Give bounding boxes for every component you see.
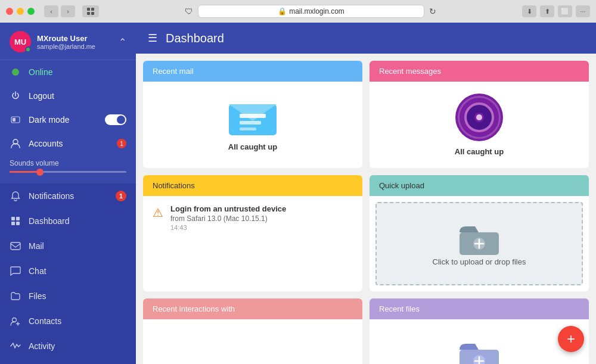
- mail-envelope-icon: [226, 94, 279, 136]
- darkmode-label: Dark mode: [29, 115, 98, 125]
- grid-icon: [10, 215, 21, 227]
- notification-item[interactable]: ⚠ Login from an untrusted device from Sa…: [153, 204, 353, 231]
- right-buttons: ⬇ ⬆ ⬜ ···: [522, 5, 590, 17]
- traffic-lights: [6, 8, 35, 15]
- warning-icon: ⚠: [153, 206, 163, 220]
- recent-files-header: Recent files: [370, 298, 589, 319]
- app: MU MXroute User sample@jarland.me ⌃ Onli…: [0, 23, 596, 364]
- recent-mail-body: All caught up: [143, 82, 362, 163]
- notification-text: Login from an untrusted device from Safa…: [170, 204, 286, 231]
- forward-button[interactable]: ›: [61, 5, 75, 17]
- accounts-icon: [10, 138, 21, 150]
- logout-label: Logout: [29, 91, 126, 101]
- nav-item-chat[interactable]: Chat: [0, 259, 136, 284]
- quick-upload-card: Quick upload Click to upload or d: [370, 175, 589, 291]
- sidebar: MU MXroute User sample@jarland.me ⌃ Onli…: [0, 23, 136, 364]
- darkmode-toggle[interactable]: [105, 114, 126, 125]
- fab-button[interactable]: +: [558, 326, 584, 352]
- refresh-button[interactable]: ↻: [429, 7, 436, 16]
- titlebar: ‹ › 🛡 🔒 mail.mxlogin.com ↻ ⬇ ⬆ ⬜ ···: [0, 0, 596, 23]
- extensions-button[interactable]: ⬇: [522, 5, 536, 17]
- avatar: MU: [10, 31, 31, 52]
- content-wrapper: Recent mail: [136, 54, 596, 364]
- nav-item-dashboard[interactable]: Dashboard: [0, 209, 136, 234]
- user-email: sample@jarland.me: [37, 43, 113, 50]
- back-button[interactable]: ‹: [44, 5, 58, 17]
- upload-dropzone[interactable]: Click to upload or drop files: [375, 202, 583, 285]
- recent-interactions-card: Recent interactions with: [143, 298, 362, 364]
- mail-label: Mail: [29, 241, 126, 251]
- main-area: ☰ Dashboard Recent mail: [136, 23, 596, 364]
- recent-mail-card: Recent mail: [143, 61, 362, 168]
- svg-rect-7: [11, 217, 15, 220]
- lock-icon: 🔒: [278, 7, 287, 15]
- notifications-badge: 1: [116, 191, 126, 201]
- darkmode-icon: [10, 114, 21, 126]
- recent-interactions-body: [143, 319, 362, 364]
- notifications-header: Notifications: [143, 175, 362, 196]
- topbar: ☰ Dashboard: [136, 23, 596, 54]
- files-icon: [10, 290, 21, 302]
- share-button[interactable]: ⬆: [540, 5, 554, 17]
- svg-rect-11: [11, 242, 20, 250]
- recent-messages-body: All caught up: [370, 82, 589, 168]
- addressbar-area: 🛡 🔒 mail.mxlogin.com ↻: [104, 5, 517, 18]
- shield-icon: 🛡: [185, 7, 193, 16]
- svg-rect-17: [240, 121, 261, 125]
- user-name: MXroute User: [37, 34, 113, 43]
- chat-icon: [10, 265, 21, 277]
- avatar-initials: MU: [14, 38, 26, 46]
- nav-item-contacts[interactable]: Contacts: [0, 309, 136, 334]
- hamburger-icon[interactable]: ☰: [148, 32, 157, 45]
- recent-mail-header: Recent mail: [143, 61, 362, 82]
- url-text: mail.mxlogin.com: [289, 7, 344, 15]
- contacts-icon: [10, 315, 21, 327]
- close-button[interactable]: [6, 8, 13, 15]
- recent-messages-header: Recent messages: [370, 61, 589, 82]
- sidebar-item-darkmode[interactable]: Dark mode: [0, 108, 136, 132]
- nav-item-notifications[interactable]: Notifications 1: [0, 183, 136, 209]
- user-info: MXroute User sample@jarland.me: [37, 34, 113, 50]
- recent-messages-caught-up: All caught up: [455, 147, 504, 156]
- nav-section: Notifications 1 Dashboard: [0, 183, 136, 364]
- svg-rect-3: [91, 12, 94, 15]
- bell-icon: [10, 190, 21, 202]
- maximize-button[interactable]: [27, 8, 35, 15]
- nav-item-reminders[interactable]: Reminders: [0, 359, 136, 364]
- svg-rect-9: [11, 222, 15, 225]
- sidebar-item-logout[interactable]: Logout: [0, 84, 136, 108]
- activity-label: Activity: [29, 341, 126, 351]
- window-controls-button[interactable]: ⬜: [558, 5, 572, 17]
- addressbar[interactable]: 🔒 mail.mxlogin.com: [198, 5, 424, 18]
- power-icon: [10, 90, 21, 102]
- recent-files-card: Recent files: [370, 298, 589, 364]
- minimize-button[interactable]: [17, 8, 24, 15]
- quick-upload-header: Quick upload: [370, 175, 589, 196]
- notification-subtitle: from Safari 13.0 (Mac 10.15.1): [170, 214, 286, 223]
- svg-rect-10: [16, 222, 20, 225]
- accounts-label: Accounts: [29, 139, 110, 148]
- volume-slider[interactable]: [10, 171, 126, 173]
- sounds-label: Sounds volume: [10, 159, 126, 167]
- svg-rect-5: [13, 118, 15, 122]
- upload-folder-icon: [458, 222, 500, 257]
- chat-label: Chat: [29, 266, 126, 276]
- topbar-title: Dashboard: [166, 32, 224, 45]
- online-indicator: [25, 46, 31, 52]
- recent-interactions-header: Recent interactions with: [143, 298, 362, 319]
- dashboard-label: Dashboard: [29, 216, 126, 226]
- notification-time: 14:43: [170, 224, 286, 231]
- menu-button[interactable]: ···: [576, 5, 590, 17]
- nav-item-mail[interactable]: Mail: [0, 234, 136, 259]
- sidebar-item-accounts[interactable]: Accounts 1: [0, 132, 136, 155]
- sidebar-item-online[interactable]: Online: [0, 60, 136, 84]
- sounds-section: Sounds volume: [0, 155, 136, 179]
- nav-item-files[interactable]: Files: [0, 284, 136, 309]
- svg-rect-8: [16, 217, 20, 220]
- accounts-badge: 1: [117, 139, 126, 148]
- tab-layout-button[interactable]: [82, 5, 99, 17]
- collapse-button[interactable]: ⌃: [119, 36, 126, 48]
- recent-files-body: [370, 319, 589, 364]
- svg-rect-0: [87, 8, 90, 11]
- nav-item-activity[interactable]: Activity: [0, 334, 136, 359]
